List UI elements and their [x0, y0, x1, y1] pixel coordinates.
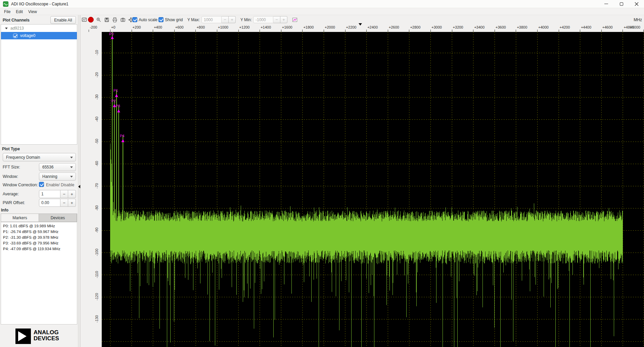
app-icon: [3, 1, 8, 7]
x-tick: [195, 30, 196, 32]
x-tick: [132, 30, 132, 32]
x-tick-label: +4200: [560, 25, 570, 29]
y-max-increment-button[interactable]: +: [229, 16, 236, 23]
x-tick-label: +2800: [410, 25, 420, 29]
x-tick: [516, 30, 516, 32]
snapshot-icon[interactable]: [120, 17, 126, 23]
y-tick-label: -120: [95, 291, 99, 303]
save-icon[interactable]: [104, 17, 109, 23]
x-tick-label: +4000: [538, 25, 549, 29]
pane-divider[interactable]: [78, 15, 81, 347]
y-tick-label: -100: [95, 246, 99, 259]
x-tick: [366, 30, 367, 32]
x-tick-label: +1200: [239, 25, 250, 29]
menu-file[interactable]: File: [1, 9, 13, 15]
x-tick: [495, 30, 495, 32]
new-plot-icon[interactable]: [292, 17, 297, 23]
x-tick-label: +2000: [325, 25, 335, 29]
fft-size-combo[interactable]: 65536: [39, 163, 76, 171]
x-tick-label: +3200: [453, 25, 463, 29]
x-tick-label: +3800: [517, 25, 527, 29]
titlebar: ADI IIO Oscilloscope - Capture1: [0, 0, 644, 8]
y-tick-label: -10: [95, 47, 99, 59]
average-label: Average:: [3, 192, 19, 196]
window-combo[interactable]: Hanning: [39, 172, 76, 181]
maximize-icon: [620, 2, 623, 6]
plot-type-combo[interactable]: Frequency Domain: [3, 153, 76, 161]
marker-readout-list: P0: 1.01 dBFS @ 19.989 MHzP1: -26.74 dBF…: [1, 222, 77, 324]
pwr-offset-input[interactable]: [39, 199, 60, 207]
spectrum-plot[interactable]: [102, 32, 644, 347]
tab-devices[interactable]: Devices: [39, 214, 77, 222]
x-tick: [153, 30, 153, 32]
x-tick: [430, 30, 431, 32]
window-correction-checkbox[interactable]: [39, 182, 44, 187]
auto-scale-checkbox[interactable]: [132, 17, 137, 22]
tab-markers[interactable]: Markers: [1, 214, 39, 222]
average-decrement-button[interactable]: −: [60, 190, 68, 198]
plot-type-value: Frequency Domain: [6, 155, 40, 160]
expander-icon[interactable]: [5, 28, 8, 29]
menu-view[interactable]: View: [26, 9, 40, 15]
show-grid-label: Show grid: [165, 17, 183, 22]
print-icon[interactable]: [112, 17, 118, 23]
show-grid-checkbox[interactable]: [158, 17, 164, 22]
tree-device-row[interactable]: ad9213: [1, 25, 77, 32]
marker-readout: P0: 1.01 dBFS @ 19.989 MHz: [3, 224, 75, 230]
y-min-input[interactable]: [253, 16, 273, 23]
y-axis-labels: -10-20-30-40-50-60-70-80-90-100-110-120-…: [81, 32, 102, 347]
pwr-offset-decrement-button[interactable]: −: [60, 199, 68, 207]
plot-window-icon[interactable]: [82, 17, 87, 23]
y-max-decrement-button[interactable]: −: [222, 16, 229, 23]
average-increment-button[interactable]: +: [68, 190, 76, 198]
x-tick: [345, 30, 346, 32]
x-tick-label: +600: [175, 25, 184, 29]
x-tick-label: +5000: [630, 25, 640, 29]
x-axis-unit-label: MHz: [634, 17, 642, 22]
x-tick: [559, 30, 559, 32]
x-tick-label: -200: [90, 25, 97, 29]
maximize-button[interactable]: [614, 0, 629, 8]
tree-channel-row[interactable]: voltage0: [1, 32, 77, 39]
x-tick: [409, 30, 409, 32]
y-min-decrement-button[interactable]: −: [273, 16, 280, 23]
x-tick-label: +1400: [261, 25, 271, 29]
capture-record-button[interactable]: [88, 17, 94, 23]
x-tick-label: +400: [154, 25, 162, 29]
x-tick-label: +3000: [431, 25, 442, 29]
x-tick: [623, 30, 623, 32]
pane-collapse-icon[interactable]: [78, 185, 80, 188]
x-tick-label: +3600: [496, 25, 506, 29]
x-tick: [302, 30, 303, 32]
sidebar: Plot Channels Enable All ad9213 voltage0…: [0, 15, 78, 347]
y-min-label: Y Min:: [240, 17, 252, 22]
x-tick-label: +4400: [581, 25, 591, 29]
axis-marker-icon[interactable]: [359, 23, 362, 26]
window-controls: [599, 0, 644, 8]
y-min-increment-button[interactable]: +: [280, 16, 287, 23]
zoom-in-icon[interactable]: [96, 17, 101, 23]
menu-edit[interactable]: Edit: [13, 9, 26, 15]
x-tick: [452, 30, 452, 32]
average-input[interactable]: [39, 190, 60, 198]
y-max-input[interactable]: [201, 16, 222, 23]
x-tick-label: +4600: [602, 25, 613, 29]
analog-devices-logo: [15, 329, 31, 344]
fft-size-label: FFT Size:: [3, 165, 20, 169]
x-tick-label: +200: [133, 25, 141, 29]
chevron-down-icon: [70, 157, 73, 158]
logo-line1: ANALOG: [34, 330, 59, 336]
x-tick-label: +2600: [389, 25, 399, 29]
x-tick-label: +1600: [282, 25, 292, 29]
y-max-label: Y Max:: [187, 17, 200, 22]
pwr-offset-increment-button[interactable]: +: [68, 199, 76, 207]
enable-all-button[interactable]: Enable All: [50, 16, 76, 24]
x-tick-label: +1800: [303, 25, 314, 29]
minimize-button[interactable]: [599, 0, 614, 8]
window-correction-value: Enable/ Disable: [46, 183, 74, 187]
channel-checkbox[interactable]: [13, 34, 17, 38]
close-button[interactable]: [629, 0, 644, 8]
chevron-down-icon: [70, 166, 73, 168]
x-axis-ticks: -200+0+200+400+600+800+1000+1200+1400+16…: [81, 24, 644, 32]
x-tick-label: +2400: [367, 25, 378, 29]
